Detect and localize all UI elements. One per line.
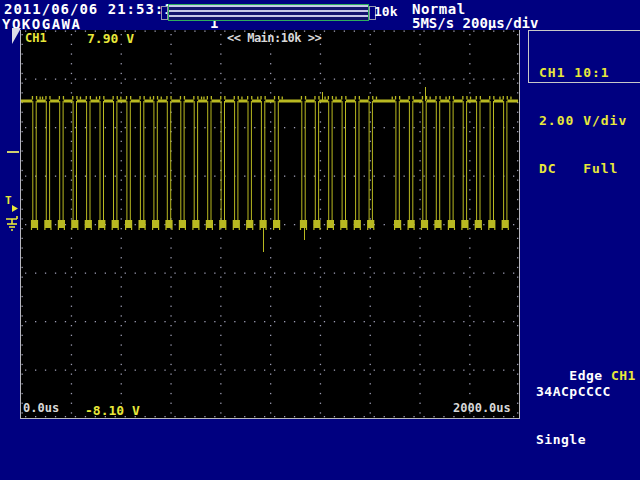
channel-scale-setting: 2.00 V/div <box>539 113 640 129</box>
channel-probe-setting: CH1 10:1 <box>539 65 640 81</box>
ground-level-marker <box>4 215 21 233</box>
svg-text:T: T <box>5 194 12 207</box>
acquisition-count: 10k <box>374 4 397 19</box>
trigger-mode-single: Single <box>536 432 640 448</box>
channel-measurement: 7.90 V <box>87 31 134 46</box>
waveform <box>21 30 519 418</box>
trigger-panel: Edge CH1 Single 0.50 V <box>536 318 640 480</box>
channel-info-box: CH1 10:1 2.00 V/div DC Full <box>528 30 640 83</box>
trigger-delay-corner-marker <box>12 28 22 45</box>
channel-coupling-setting: DC Full <box>539 161 640 177</box>
trigger-source: CH1 <box>611 368 636 383</box>
edge-label: Edge <box>569 368 602 383</box>
record-length-label: << Main:10k >> <box>227 31 321 45</box>
channel-position-marker <box>7 151 19 153</box>
time-end-label: 2000.0us <box>453 401 511 415</box>
time-start-label: 0.0us <box>23 401 59 415</box>
acquisition-bar-left-bracket <box>161 6 168 20</box>
graticule: CH1 7.90 V << Main:10k >> 0.0us -8.10 V … <box>20 30 520 419</box>
timebase-label: 5MS/s 200µs/div <box>412 15 538 31</box>
serial-data-value: 34ACpCCCC <box>536 384 611 399</box>
scope-screen: { "header": { "datetime": "2011/06/06 21… <box>0 0 640 480</box>
channel-label: CH1 <box>25 31 47 45</box>
datetime: 2011/06/06 21:53:10 <box>4 1 183 17</box>
trigger-level-marker: T <box>4 194 20 213</box>
cursor-voltage-label: -8.10 V <box>85 403 140 418</box>
acquisition-memory-bar <box>168 4 369 21</box>
